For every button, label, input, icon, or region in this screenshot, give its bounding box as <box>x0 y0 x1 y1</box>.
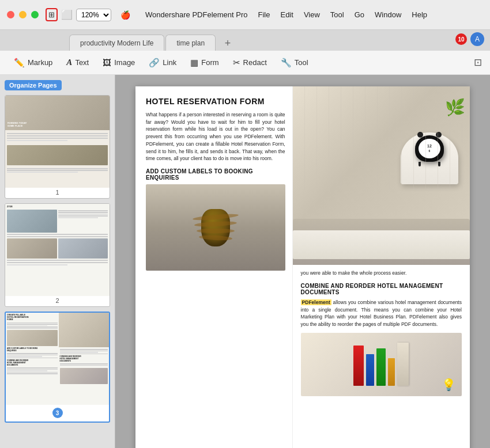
pdf-page: HOTEL RESERVATION FORM What happens if a… <box>135 86 470 448</box>
menu-help[interactable]: Help <box>412 10 427 19</box>
menu-app[interactable]: Wondershare PDFelement Pro <box>145 10 248 19</box>
menu-bar: 🍎 Wondershare PDFelement Pro File Edit V… <box>120 10 427 20</box>
page-thumbnail-1[interactable]: RUNNING TODAYSOME PLACE 1 <box>5 95 110 199</box>
page-number-2: 2 <box>5 297 110 304</box>
page-number-3-badge: 3 <box>52 408 63 418</box>
pdf-body-1: What happens if a person interested in r… <box>146 111 285 162</box>
pdf-body-2: PDFelement allows you combine various ho… <box>301 299 462 328</box>
markup-icon: ✏️ <box>14 58 25 68</box>
maximize-button[interactable] <box>31 11 39 18</box>
tool-icon: 🔧 <box>281 58 292 68</box>
tabs-bar: productivity Modern Life time plan + 10 … <box>0 30 490 51</box>
sidebar[interactable]: Organize Pages RUNNING TODAYSOME PLACE <box>0 75 115 448</box>
organize-pages-badge: Organize Pages <box>5 80 62 90</box>
page-thumbnail-3[interactable]: CREATE FILLABLEHOTEL RESERVATIONFORM ADD… <box>5 312 110 423</box>
menu-file[interactable]: File <box>258 10 270 19</box>
split-view-button[interactable]: ⬜ <box>61 9 73 20</box>
pdf-heading-2: ADD CUSTOM LABELS TO BOOKING ENQUIRIES <box>146 168 285 181</box>
notification-badge: 10 <box>455 33 467 45</box>
markup-button[interactable]: ✏️ Markup <box>8 55 58 71</box>
titlebar: ⊞ ⬜ 120% 100% 150% 🍎 Wondershare PDFelem… <box>0 0 490 30</box>
zoom-select[interactable]: 120% 100% 150% <box>76 9 111 21</box>
menu-tool[interactable]: Tool <box>330 10 344 19</box>
tab-timeplan[interactable]: time plan <box>165 35 216 51</box>
main-area: Organize Pages RUNNING TODAYSOME PLACE <box>0 75 490 448</box>
highlight-pdfelement: PDFelement <box>301 299 331 305</box>
page-thumbnail-2[interactable]: ZYJE <box>5 203 110 307</box>
pdf-heading-1: HOTEL RESERVATION FORM <box>146 97 285 107</box>
toolbar: ✏️ Markup A Text 🖼 Image 🔗 Link ▦ Form ✂… <box>0 51 490 75</box>
tool-button[interactable]: 🔧 Tool <box>275 55 314 71</box>
text-button[interactable]: A Text <box>61 55 95 70</box>
menu-edit[interactable]: Edit <box>280 10 293 19</box>
close-button[interactable] <box>7 11 14 18</box>
window-controls <box>7 11 39 18</box>
page-number-1: 1 <box>5 189 110 196</box>
redact-icon: ✂ <box>233 58 240 68</box>
new-tab-button[interactable]: + <box>220 36 235 51</box>
menu-view[interactable]: View <box>304 10 320 19</box>
text-icon: A <box>66 58 72 67</box>
image-button[interactable]: 🖼 Image <box>97 55 141 70</box>
avatar[interactable]: A <box>470 32 484 46</box>
link-button[interactable]: 🔗 Link <box>143 55 182 71</box>
pdf-right-text: you were able to make the whole process … <box>301 269 462 277</box>
redact-button[interactable]: ✂ Redact <box>227 55 273 71</box>
image-icon: 🖼 <box>103 58 111 67</box>
sidebar-toggle-button[interactable]: ⊡ <box>474 56 482 69</box>
form-icon: ▦ <box>190 58 198 68</box>
view-controls: ⊞ ⬜ 120% 100% 150% <box>46 8 111 21</box>
apple-menu[interactable]: 🍎 <box>120 10 130 20</box>
minimize-button[interactable] <box>19 11 27 18</box>
tab-productivity[interactable]: productivity Modern Life <box>69 35 164 51</box>
pdf-heading-3: COMBINE AND REORDER HOTEL MANAGEMENT DOC… <box>301 283 462 295</box>
pdf-content[interactable]: HOTEL RESERVATION FORM What happens if a… <box>115 75 490 448</box>
menu-window[interactable]: Window <box>375 10 401 19</box>
menu-go[interactable]: Go <box>355 10 364 19</box>
link-icon: 🔗 <box>149 58 160 68</box>
tabs-right: 10 A <box>455 32 484 46</box>
grid-view-button[interactable]: ⊞ <box>46 8 58 21</box>
form-button[interactable]: ▦ Form <box>184 55 224 71</box>
